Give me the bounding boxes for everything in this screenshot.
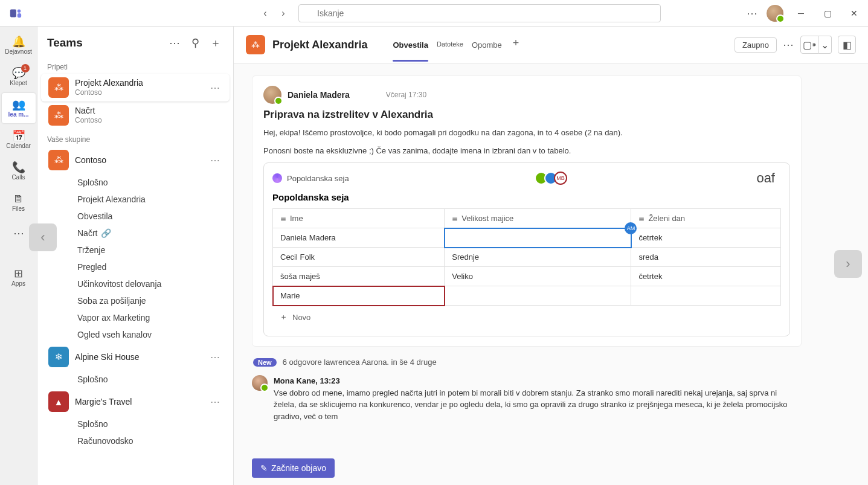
team-row-more[interactable]: ⋯ xyxy=(208,82,222,94)
panel-icon: ◧ xyxy=(843,39,852,51)
table-row[interactable]: Marie xyxy=(273,286,781,306)
calendar-icon: 📅 xyxy=(12,130,25,141)
search-input[interactable] xyxy=(298,4,661,22)
channel-item[interactable]: Splošno xyxy=(41,416,230,432)
teams-sidebar: Teams ⋯ ⚲ ＋ Pripeti ⁂ Projekt Alexandria… xyxy=(37,27,234,485)
table-cell[interactable]: Daniela Madera xyxy=(273,228,445,248)
loop-table[interactable]: ≣Ime ≣Velikost majice ≣Želeni dan Daniel… xyxy=(272,208,781,306)
profile-avatar[interactable] xyxy=(767,5,783,22)
table-cell[interactable] xyxy=(631,286,781,306)
table-header[interactable]: ≣Ime xyxy=(273,209,445,228)
app-logo xyxy=(7,5,24,22)
rail-files[interactable]: 🗎 Files xyxy=(2,187,36,217)
carousel-next-button[interactable]: › xyxy=(834,250,862,278)
channel-item[interactable]: Splošno xyxy=(41,174,230,191)
table-cell[interactable]: sreda xyxy=(631,248,781,267)
channel-item[interactable]: Učinkovitost delovanja xyxy=(41,275,230,292)
window-minimize-button[interactable]: ─ xyxy=(792,4,810,22)
rail-calendar[interactable]: 📅 Calendar xyxy=(2,124,36,155)
compose-icon: ✎ xyxy=(260,463,268,473)
rail-calls[interactable]: 📞 Calls xyxy=(2,156,36,186)
table-row[interactable]: Cecil Folk Srednje sreda xyxy=(273,248,781,267)
team-margie[interactable]: ▲ Margie's Travel ⋯ xyxy=(41,388,230,416)
rail-chat-label: Klepet xyxy=(10,80,27,86)
channel-item[interactable]: Soba za pošiljanje xyxy=(41,292,230,309)
tab-files[interactable]: Datoteke xyxy=(437,37,463,53)
post-title: Priprava na izstrelitev v Alexandria xyxy=(263,109,790,121)
team-name: Načrt xyxy=(75,106,102,116)
table-row[interactable]: Daniela Madera AM četrtek xyxy=(273,228,781,248)
loop-extra-text: oaf xyxy=(756,170,775,186)
channel-item[interactable]: Splošno xyxy=(41,371,230,388)
replies-summary[interactable]: New 6 odgovore lawrencea Aarona. in še 4… xyxy=(252,355,802,371)
channel-item[interactable]: Obvestila xyxy=(41,208,230,225)
table-cell[interactable]: Veliko xyxy=(445,267,631,286)
table-header[interactable]: ≣Velikost majice xyxy=(445,209,631,228)
tab-posts[interactable]: Obvestila xyxy=(393,37,428,53)
author-avatar[interactable] xyxy=(263,86,281,104)
channel-item[interactable]: Pregled xyxy=(41,259,230,275)
add-tab-button[interactable]: + xyxy=(510,37,522,53)
loop-component[interactable]: Popoldanska seja MB oaf Popoldanska seja… xyxy=(263,162,790,336)
posts-scroll-area[interactable]: Daniela Madera Včeraj 17:30 Priprava na … xyxy=(234,63,868,485)
window-close-button[interactable]: ✕ xyxy=(845,4,863,22)
open-pane-button[interactable]: ◧ xyxy=(838,36,856,54)
team-alpine[interactable]: ❄ Alpine Ski House ⋯ xyxy=(41,343,230,371)
team-row-more[interactable]: ⋯ xyxy=(208,155,222,166)
channel-item[interactable]: Računovodsko xyxy=(41,432,230,449)
table-cell-editing[interactable]: Marie xyxy=(273,286,445,306)
reply-avatar[interactable] xyxy=(252,375,268,391)
channel-title: Projekt Alexandria xyxy=(272,39,367,51)
team-sub: Contoso xyxy=(75,116,102,124)
rail-activity[interactable]: 🔔 Dejavnost xyxy=(2,30,36,60)
channel-item[interactable]: Projekt Alexandria xyxy=(41,191,230,208)
tab-notes[interactable]: Opombe xyxy=(472,37,502,53)
loop-title: Popoldanska seja xyxy=(272,192,781,202)
svg-rect-2 xyxy=(18,13,21,18)
meet-dropdown-button[interactable]: ⌄ xyxy=(818,36,832,54)
channel-item[interactable]: Vapor ax Marketing xyxy=(41,309,230,326)
table-header[interactable]: ≣Želeni dan xyxy=(631,209,781,228)
table-cell[interactable]: četrtek xyxy=(631,267,781,286)
add-row-label: Novo xyxy=(292,313,310,322)
pinned-team-alexandria[interactable]: ⁂ Projekt Alexandria Contoso ⋯ xyxy=(41,74,230,101)
sidebar-filter-button[interactable]: ⚲ xyxy=(187,35,203,51)
window-maximize-button[interactable]: ▢ xyxy=(818,4,837,22)
channel-see-all[interactable]: Ogled vseh kanalov xyxy=(41,326,230,343)
reply-author: Mona Kane, 13:23 xyxy=(274,375,802,387)
new-badge: New xyxy=(253,358,277,367)
table-cell[interactable]: Srednje xyxy=(445,248,631,267)
svg-rect-0 xyxy=(10,9,16,17)
chevron-down-icon: ⌄ xyxy=(821,39,829,51)
pinned-team-nacrt[interactable]: ⁂ Načrt Contoso xyxy=(41,101,230,129)
table-row[interactable]: šoša maješ Veliko četrtek xyxy=(273,267,781,286)
sensitivity-button[interactable]: Zaupno xyxy=(735,37,777,53)
table-cell[interactable]: šoša maješ xyxy=(273,267,445,286)
new-conversation-button[interactable]: ✎ Začnite objavo xyxy=(252,458,335,478)
history-forward-button[interactable]: › xyxy=(275,5,291,21)
team-row-more[interactable]: ⋯ xyxy=(208,396,222,408)
rail-files-label: Files xyxy=(12,205,25,212)
table-cell-editing[interactable]: AM xyxy=(445,228,631,248)
text-column-icon: ≣ xyxy=(638,214,645,223)
carousel-prev-button[interactable]: ‹ xyxy=(29,223,57,251)
channel-item[interactable]: Trženje xyxy=(41,242,230,259)
settings-more-button[interactable]: ⋯ xyxy=(747,7,758,20)
channel-more-button[interactable]: ⋯ xyxy=(783,38,794,51)
sidebar-new-button[interactable]: ＋ xyxy=(208,35,223,51)
team-contoso[interactable]: ⁂ Contoso ⋯ xyxy=(41,146,230,174)
sidebar-more-button[interactable]: ⋯ xyxy=(167,35,182,51)
meet-now-button[interactable]: ▢⁍ xyxy=(800,36,818,54)
rail-chat[interactable]: 1 💬 Klepet xyxy=(2,62,36,92)
rail-teams[interactable]: 👥 lea m... xyxy=(2,93,36,123)
rail-apps[interactable]: ⊞ Apps xyxy=(2,262,36,292)
table-cell[interactable]: četrtek xyxy=(631,228,781,248)
history-back-button[interactable]: ‹ xyxy=(257,5,273,21)
svg-point-1 xyxy=(18,9,21,12)
table-cell[interactable] xyxy=(445,286,631,306)
team-row-more[interactable]: ⋯ xyxy=(208,352,222,363)
rail-calendar-label: Calendar xyxy=(6,143,31,149)
add-row-button[interactable]: ＋Novo xyxy=(272,306,781,329)
channel-item[interactable]: Načrt 🔗 xyxy=(41,225,230,242)
table-cell[interactable]: Cecil Folk xyxy=(273,248,445,267)
